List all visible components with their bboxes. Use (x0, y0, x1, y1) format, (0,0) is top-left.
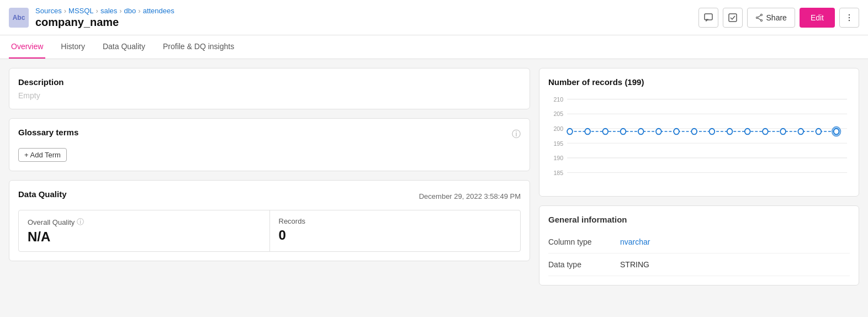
svg-point-30 (710, 129, 715, 135)
dq-overall-quality-cell: Overall Quality ⓘ N/A (19, 210, 270, 251)
tab-overview[interactable]: Overview (9, 35, 45, 59)
breadcrumb-sources[interactable]: Sources (35, 7, 62, 15)
breadcrumb-sep-4: › (138, 7, 140, 15)
breadcrumb: Sources › MSSQL › sales › dbo › attendee… (35, 7, 174, 15)
check-icon (728, 13, 737, 22)
column-type-value: nvarchar (620, 237, 650, 246)
glossary-title: Glossary terms (18, 128, 78, 137)
svg-point-38 (834, 129, 839, 135)
svg-text:185: 185 (553, 169, 563, 176)
check-button[interactable] (723, 8, 743, 28)
data-quality-card: Data Quality December 29, 2022 3:58:49 P… (9, 180, 530, 261)
description-title: Description (18, 77, 521, 87)
svg-point-9 (849, 19, 850, 20)
dq-records-label: Records (279, 217, 512, 225)
general-info-row-column-type: Column type nvarchar (548, 231, 850, 253)
dq-records-value: 0 (279, 228, 512, 243)
general-info-row-data-type: Data type STRING (548, 253, 850, 276)
comment-button[interactable] (698, 8, 718, 28)
svg-point-2 (760, 14, 762, 15)
svg-point-25 (621, 129, 626, 135)
share-label: Share (766, 13, 787, 22)
dq-overall-quality-value: N/A (28, 229, 261, 245)
svg-rect-1 (729, 14, 737, 22)
svg-point-27 (656, 129, 661, 135)
header: Abc Sources › MSSQL › sales › dbo › atte… (0, 0, 868, 35)
svg-text:195: 195 (553, 140, 563, 147)
svg-point-36 (816, 129, 822, 135)
dq-header: Data Quality December 29, 2022 3:58:49 P… (18, 189, 521, 203)
svg-text:200: 200 (553, 125, 563, 133)
left-column: Description Empty Glossary terms ⓘ + Add… (9, 68, 530, 307)
share-button[interactable]: Share (747, 8, 795, 28)
svg-rect-0 (705, 14, 712, 20)
breadcrumb-mssql[interactable]: MSSQL (68, 7, 94, 15)
svg-point-8 (849, 17, 850, 18)
svg-line-5 (758, 15, 760, 17)
svg-text:190: 190 (553, 155, 563, 162)
chart-svg: 210 205 200 195 190 185 (548, 93, 850, 187)
svg-point-29 (691, 129, 697, 135)
svg-point-35 (798, 129, 803, 135)
general-info-title: General information (548, 215, 850, 224)
dq-grid: Overall Quality ⓘ N/A Records 0 (18, 210, 521, 252)
breadcrumb-attendees[interactable]: attendees (143, 7, 174, 15)
header-title-area: Sources › MSSQL › sales › dbo › attendee… (35, 7, 174, 29)
svg-point-26 (638, 129, 644, 135)
more-icon (845, 13, 854, 22)
glossary-card: Glossary terms ⓘ + Add Term (9, 118, 530, 171)
data-type-key: Data type (548, 260, 620, 269)
tabs-bar: Overview History Data Quality Profile & … (0, 35, 868, 59)
tab-history[interactable]: History (59, 35, 87, 59)
chart-title: Number of records (199) (548, 77, 850, 87)
svg-point-22 (567, 129, 573, 135)
more-button[interactable] (839, 8, 859, 28)
main-content: Description Empty Glossary terms ⓘ + Add… (0, 59, 868, 315)
svg-point-23 (585, 129, 590, 135)
svg-text:205: 205 (553, 110, 563, 118)
glossary-info-icon[interactable]: ⓘ (512, 129, 521, 140)
breadcrumb-dbo[interactable]: dbo (124, 7, 136, 15)
general-info-card: General information Column type nvarchar… (539, 205, 859, 286)
right-column: Number of records (199) 210 205 200 195 … (539, 68, 859, 307)
dq-title: Data Quality (18, 189, 67, 199)
glossary-header: Glossary terms ⓘ (18, 128, 521, 141)
tab-data-quality[interactable]: Data Quality (100, 35, 147, 59)
breadcrumb-sep-2: › (96, 7, 98, 15)
page-title: company_name (35, 16, 174, 29)
tab-profile-dq[interactable]: Profile & DQ insights (161, 35, 236, 59)
breadcrumb-sales[interactable]: sales (100, 7, 117, 15)
svg-text:210: 210 (553, 96, 563, 103)
svg-point-28 (674, 129, 679, 135)
header-left: Abc Sources › MSSQL › sales › dbo › atte… (9, 7, 174, 29)
data-type-value: STRING (620, 260, 649, 269)
svg-point-7 (849, 14, 850, 15)
chart-card: Number of records (199) 210 205 200 195 … (539, 68, 859, 197)
dq-records-cell: Records 0 (270, 210, 521, 251)
column-type-key: Column type (548, 237, 620, 246)
breadcrumb-sep-1: › (64, 7, 66, 15)
svg-point-4 (756, 17, 758, 18)
svg-point-33 (763, 129, 768, 135)
svg-point-31 (727, 129, 733, 135)
description-empty: Empty (18, 91, 521, 100)
share-icon (755, 14, 763, 22)
breadcrumb-sep-3: › (119, 7, 121, 15)
svg-point-34 (780, 129, 786, 135)
description-card: Description Empty (9, 68, 530, 109)
svg-point-32 (745, 129, 750, 135)
dq-timestamp: December 29, 2022 3:58:49 PM (419, 192, 521, 200)
dq-info-icon[interactable]: ⓘ (77, 217, 84, 227)
comment-icon (704, 13, 713, 22)
add-term-button[interactable]: + Add Term (18, 148, 67, 162)
header-actions: Share Edit (698, 8, 859, 28)
svg-point-24 (602, 129, 608, 135)
dq-overall-quality-label: Overall Quality ⓘ (28, 217, 261, 227)
svg-line-6 (758, 18, 760, 19)
edit-button[interactable]: Edit (800, 8, 835, 28)
svg-point-3 (760, 19, 762, 21)
abc-logo: Abc (9, 8, 29, 28)
chart-area: 210 205 200 195 190 185 (548, 93, 850, 187)
